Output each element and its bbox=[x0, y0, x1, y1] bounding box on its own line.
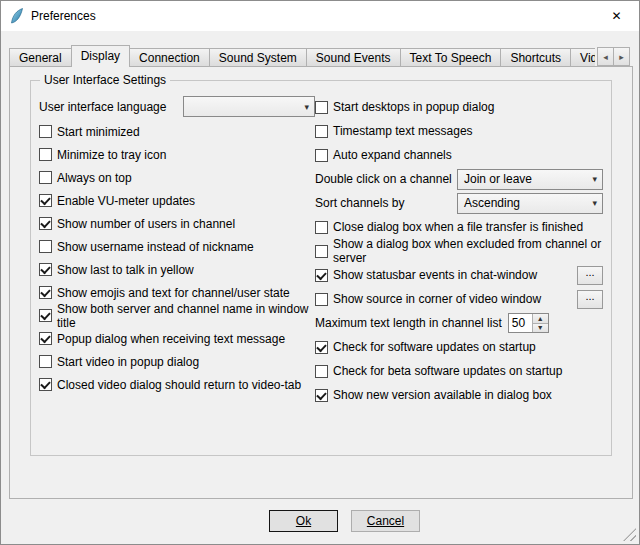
checkbox-box bbox=[39, 286, 52, 299]
chevron-down-icon: ▾ bbox=[592, 198, 597, 208]
tab-display[interactable]: Display bbox=[71, 45, 130, 67]
chevron-down-icon: ▾ bbox=[304, 102, 309, 112]
checkbox-label: Check for software updates on startup bbox=[333, 340, 536, 354]
sort-channels-combobox[interactable]: Ascending ▾ bbox=[457, 193, 603, 214]
checkbox-label: Popup dialog when receiving text message bbox=[57, 332, 285, 346]
checkbox-box[interactable] bbox=[315, 293, 328, 306]
checkbox-new-version-dialog[interactable]: Show new version available in dialog box bbox=[315, 383, 603, 407]
tab-video[interactable]: Video bbox=[570, 48, 595, 67]
checkbox-box bbox=[315, 221, 328, 234]
arrow-left-icon: ◂ bbox=[603, 52, 608, 62]
checkbox-box[interactable] bbox=[315, 269, 328, 282]
tab-general[interactable]: General bbox=[9, 48, 72, 67]
checkbox-show-username[interactable]: Show username instead of nickname bbox=[39, 235, 315, 258]
checkbox-label: Start video in popup dialog bbox=[57, 355, 199, 369]
checkbox-box bbox=[39, 263, 52, 276]
chevron-down-icon: ▾ bbox=[592, 174, 597, 184]
checkbox-label: Show a dialog box when excluded from cha… bbox=[333, 237, 603, 265]
tab-scroll-right-button[interactable]: ▸ bbox=[613, 47, 630, 66]
checkbox-box bbox=[315, 365, 328, 378]
spin-down-icon: ▼ bbox=[537, 324, 544, 331]
checkbox-label: Close dialog box when a file transfer is… bbox=[333, 220, 583, 234]
window-title: Preferences bbox=[31, 9, 96, 23]
checkbox-check-updates[interactable]: Check for software updates on startup bbox=[315, 335, 603, 359]
spinner-value: 50 bbox=[509, 314, 532, 332]
ellipsis-icon: ... bbox=[585, 267, 594, 278]
ok-button[interactable]: Ok bbox=[269, 510, 338, 532]
combobox-value: Join or leave bbox=[464, 172, 532, 186]
checkbox-label: Start minimized bbox=[57, 125, 140, 139]
checkbox-start-minimized[interactable]: Start minimized bbox=[39, 120, 315, 143]
checkbox-label: Check for beta software updates on start… bbox=[333, 364, 562, 378]
checkbox-label: Timestamp text messages bbox=[333, 124, 473, 138]
tab-bar: General Display Connection Sound System … bbox=[9, 45, 595, 67]
double-click-row: Double click on a channel Join or leave … bbox=[315, 167, 603, 191]
double-click-label: Double click on a channel bbox=[315, 172, 452, 186]
max-text-length-spinner[interactable]: 50 ▲ ▼ bbox=[508, 313, 549, 333]
checkbox-box bbox=[315, 101, 328, 114]
checkbox-label: Show number of users in channel bbox=[57, 217, 235, 231]
checkbox-always-on-top[interactable]: Always on top bbox=[39, 166, 315, 189]
checkbox-box bbox=[39, 217, 52, 230]
cancel-button[interactable]: Cancel bbox=[351, 510, 420, 532]
checkbox-label: Show both server and channel name in win… bbox=[57, 302, 315, 330]
spin-down-button[interactable]: ▼ bbox=[533, 323, 548, 333]
checkbox-box bbox=[39, 332, 52, 345]
tab-sound-system[interactable]: Sound System bbox=[209, 48, 307, 67]
checkbox-server-channel-title[interactable]: Show both server and channel name in win… bbox=[39, 304, 315, 327]
checkbox-show-user-count[interactable]: Show number of users in channel bbox=[39, 212, 315, 235]
language-label: User interface language bbox=[39, 100, 166, 114]
spin-up-icon: ▲ bbox=[537, 315, 544, 322]
checkbox-last-talk-yellow[interactable]: Show last to talk in yellow bbox=[39, 258, 315, 281]
titlebar[interactable]: Preferences ✕ bbox=[1, 1, 639, 31]
checkbox-label: Show emojis and text for channel/user st… bbox=[57, 286, 290, 300]
checkbox-vu-meter-updates[interactable]: Enable VU-meter updates bbox=[39, 189, 315, 212]
checkbox-check-beta-updates[interactable]: Check for beta software updates on start… bbox=[315, 359, 603, 383]
spin-up-button[interactable]: ▲ bbox=[533, 314, 548, 323]
checkbox-box bbox=[39, 171, 52, 184]
sort-channels-label: Sort channels by bbox=[315, 196, 404, 210]
statusbar-config-button[interactable]: ... bbox=[577, 266, 603, 285]
checkbox-video-popup[interactable]: Start video in popup dialog bbox=[39, 350, 315, 373]
checkbox-excluded-dialog[interactable]: Show a dialog box when excluded from cha… bbox=[315, 239, 603, 263]
video-source-row: Show source in corner of video window ..… bbox=[315, 287, 603, 311]
arrow-right-icon: ▸ bbox=[619, 52, 624, 62]
language-row: User interface language ▾ bbox=[39, 95, 315, 118]
tab-connection[interactable]: Connection bbox=[129, 48, 210, 67]
tab-text-to-speech[interactable]: Text To Speech bbox=[400, 48, 502, 67]
checkbox-label: Show source in corner of video window bbox=[333, 292, 541, 306]
tab-shortcuts[interactable]: Shortcuts bbox=[500, 48, 571, 67]
checkbox-label: Show statusbar events in chat-window bbox=[333, 268, 537, 282]
checkbox-filetransfer-close[interactable]: Close dialog box when a file transfer is… bbox=[315, 215, 603, 239]
checkbox-label: Closed video dialog should return to vid… bbox=[57, 378, 301, 392]
close-button[interactable]: ✕ bbox=[594, 1, 639, 30]
checkbox-box bbox=[315, 389, 328, 402]
close-icon: ✕ bbox=[611, 9, 621, 23]
checkbox-box bbox=[315, 149, 328, 162]
tab-scroll-left-button[interactable]: ◂ bbox=[597, 47, 614, 66]
checkbox-minimize-to-tray[interactable]: Minimize to tray icon bbox=[39, 143, 315, 166]
right-column: Start desktops in popup dialog Timestamp… bbox=[315, 95, 603, 447]
checkbox-box bbox=[315, 245, 328, 258]
checkbox-desktops-popup[interactable]: Start desktops in popup dialog bbox=[315, 95, 603, 119]
tab-sound-events[interactable]: Sound Events bbox=[306, 48, 401, 67]
checkbox-label: Always on top bbox=[57, 171, 132, 185]
spinner-buttons: ▲ ▼ bbox=[532, 314, 548, 332]
language-combobox[interactable]: ▾ bbox=[183, 96, 315, 117]
checkbox-label: Auto expand channels bbox=[333, 148, 452, 162]
left-column: User interface language ▾ Start minimize… bbox=[39, 95, 315, 447]
checkbox-label: Minimize to tray icon bbox=[57, 148, 166, 162]
resize-grip[interactable] bbox=[623, 528, 636, 541]
dialog-buttons: Ok Cancel bbox=[269, 510, 420, 532]
ellipsis-icon: ... bbox=[585, 291, 594, 302]
checkbox-timestamp-messages[interactable]: Timestamp text messages bbox=[315, 119, 603, 143]
app-icon bbox=[9, 8, 25, 24]
checkbox-box bbox=[39, 240, 52, 253]
double-click-combobox[interactable]: Join or leave ▾ bbox=[457, 169, 603, 190]
statusbar-events-row: Show statusbar events in chat-window ... bbox=[315, 263, 603, 287]
video-source-config-button[interactable]: ... bbox=[577, 290, 603, 309]
checkbox-auto-expand-channels[interactable]: Auto expand channels bbox=[315, 143, 603, 167]
checkbox-video-return-tab[interactable]: Closed video dialog should return to vid… bbox=[39, 373, 315, 396]
tab-pane-display: User Interface Settings User interface l… bbox=[9, 66, 633, 499]
checkbox-popup-text-message[interactable]: Popup dialog when receiving text message bbox=[39, 327, 315, 350]
